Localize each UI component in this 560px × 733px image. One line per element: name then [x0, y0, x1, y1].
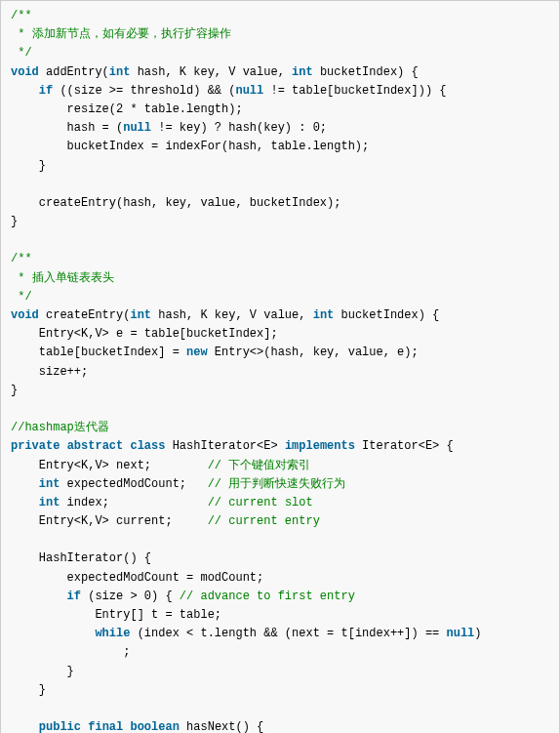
kw-abstract: abstract: [67, 439, 124, 453]
kw-while: while: [95, 627, 130, 640]
code-text: ): [474, 627, 481, 640]
code-text: Entry<K,V> current;: [39, 514, 173, 528]
kw-int: int: [130, 308, 151, 322]
comment: // 下个键值对索引: [208, 459, 311, 472]
code-text: table[bucketIndex] =: [39, 346, 186, 359]
kw-int: int: [109, 65, 131, 79]
code-text: Entry<>(hash, key, value, e);: [208, 346, 419, 359]
code-text: bucketIndex) {: [313, 65, 419, 79]
kw-implements: implements: [285, 439, 355, 453]
code-text: hash, K key, V value,: [151, 308, 313, 322]
kw-private: private: [11, 439, 60, 453]
kw-if: if: [39, 84, 53, 98]
code-text: Entry[] t = table;: [95, 608, 221, 622]
code-text: hash = (: [67, 121, 124, 135]
code-text: expectedModCount = modCount;: [67, 571, 264, 585]
code-text: addEntry(: [39, 65, 109, 79]
code-text: HashIterator() {: [39, 551, 151, 565]
kw-boolean: boolean: [130, 720, 179, 733]
code-text: expectedModCount;: [60, 477, 186, 491]
kw-if: if: [67, 590, 81, 603]
comment: // 用于判断快速失败行为: [208, 477, 346, 491]
code-text: ;: [123, 645, 130, 659]
doc-line: * 插入单链表表头: [11, 271, 114, 285]
code-block: /** * 添加新节点，如有必要，执行扩容操作 */ void addEntry…: [0, 0, 560, 733]
code-text: (size > 0) {: [81, 590, 180, 603]
kw-int: int: [313, 308, 335, 322]
kw-class: class: [130, 439, 165, 453]
kw-void: void: [11, 65, 39, 79]
kw-int: int: [39, 477, 60, 491]
doc-line: */: [11, 46, 32, 60]
comment: // advance to first entry: [180, 590, 355, 603]
doc-line: /**: [11, 252, 32, 265]
kw-int: int: [39, 496, 60, 509]
comment: // current entry: [208, 514, 320, 528]
close-brace: }: [11, 215, 18, 228]
code-text: createEntry(hash, key, value, bucketInde…: [39, 196, 341, 210]
code-text: != table[bucketIndex])) {: [263, 84, 446, 98]
code-text: size++;: [39, 365, 88, 379]
code-text: hasNext() {: [180, 720, 263, 733]
kw-int: int: [292, 65, 313, 79]
kw-null: null: [123, 121, 151, 135]
code-text: != key) ? hash(key) : 0;: [151, 121, 327, 135]
comment: //hashmap迭代器: [11, 421, 109, 434]
code-text: resize(2 * table.length);: [67, 102, 243, 116]
code-pre: /** * 添加新节点，如有必要，执行扩容操作 */ void addEntry…: [11, 7, 553, 733]
code-text: Entry<K,V> e = table[bucketIndex];: [39, 327, 278, 341]
code-text: Iterator<E> {: [355, 439, 454, 453]
kw-null: null: [235, 84, 263, 98]
code-text: hash, K key, V value,: [130, 65, 292, 79]
kw-null: null: [447, 627, 475, 640]
close-brace: }: [39, 159, 46, 173]
code-text: Entry<K,V> next;: [39, 459, 151, 472]
doc-line: */: [11, 290, 32, 304]
doc-line: /**: [11, 9, 32, 22]
close-brace: }: [67, 665, 74, 678]
code-text: createEntry(: [39, 308, 131, 322]
kw-new: new: [186, 346, 208, 359]
kw-public: public: [39, 720, 81, 733]
kw-void: void: [11, 308, 39, 322]
code-text: ((size >= threshold) && (: [53, 84, 235, 98]
code-text: bucketIndex = indexFor(hash, table.lengt…: [67, 140, 370, 153]
close-brace: }: [39, 683, 46, 697]
code-text: bucketIndex) {: [334, 308, 439, 322]
comment: // current slot: [208, 496, 313, 509]
doc-line: * 添加新节点，如有必要，执行扩容操作: [11, 27, 231, 41]
kw-final: final: [88, 720, 123, 733]
code-text: index;: [60, 496, 108, 509]
close-brace: }: [11, 384, 18, 397]
code-text: (index < t.length && (next = t[index++])…: [130, 627, 446, 640]
code-text: HashIterator<E>: [165, 439, 284, 453]
